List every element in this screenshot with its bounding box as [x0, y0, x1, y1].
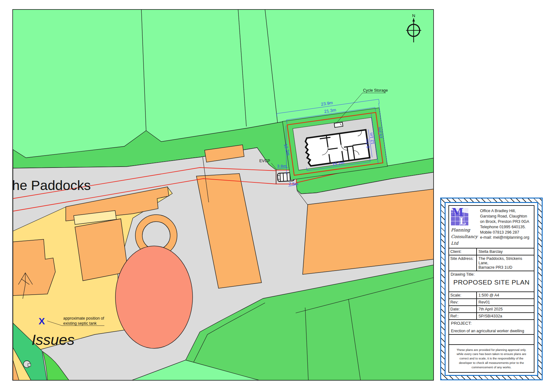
company-name-line: Planning	[451, 227, 479, 233]
ref-value: SP/SB/4332a	[477, 313, 534, 319]
ref-row: Ref:: SP/SB/4332a	[449, 313, 534, 320]
site-address-line2: Barnacre PR3 1UD	[478, 265, 532, 270]
site-address-value: The Paddocks, Strickens Lane, Barnacre P…	[477, 255, 534, 271]
silo-inner	[142, 222, 170, 249]
septic-tank-marker: X	[39, 316, 45, 326]
cycle-storage-structure	[334, 122, 343, 127]
client-label: Client:	[449, 248, 477, 255]
title-block-inner: M L Planning Consultancy Ltd Office A Br…	[445, 202, 538, 376]
company-header: M L Planning Consultancy Ltd Office A Br…	[449, 206, 534, 248]
drawing-title-row: Drawing Title: PROPOSED SITE PLAN	[449, 271, 534, 292]
barn-square	[75, 219, 128, 281]
page: { "map": { "road_label": "The Paddocks",…	[0, 0, 555, 392]
scale-row: Scale: 1:500 @ A4	[449, 292, 534, 299]
company-identity: M L Planning Consultancy Ltd	[451, 208, 479, 247]
empty-row	[449, 335, 534, 345]
project-cell: PROJECT: Erection of an agricultural wor…	[449, 320, 534, 335]
title-block: M L Planning Consultancy Ltd Office A Br…	[440, 198, 543, 380]
septic-note-line1: approximate position of	[63, 316, 104, 321]
logo-letter-l: L	[459, 216, 466, 225]
scale-label: Scale:	[449, 292, 477, 298]
company-name: Planning Consultancy Ltd	[451, 227, 479, 247]
site-address-line1: The Paddocks, Strickens Lane,	[478, 256, 532, 265]
road-name-label: The Paddocks	[4, 178, 91, 193]
rev-row: Rev: Rev01	[449, 299, 534, 306]
ref-label: Ref::	[449, 313, 477, 319]
rev-value: Rev01	[477, 299, 534, 305]
address-line: Garstang Road, Claughton	[480, 214, 532, 219]
address-line: Mobile 07813 296 287	[480, 230, 532, 235]
project-label: PROJECT:	[451, 321, 532, 326]
evcp-label: EVCP	[259, 159, 270, 163]
septic-note-line2: existing septic tank	[63, 321, 97, 326]
disclaimer-text: These plans are provided for planning ap…	[453, 348, 529, 370]
rev-label: Rev:	[449, 299, 477, 305]
company-logo: M L	[451, 208, 469, 225]
site-address-label: Site Address:	[449, 255, 477, 271]
slurry-tank	[115, 246, 193, 348]
issues-label: Issues	[32, 331, 75, 348]
drawing-title-value: PROPOSED SITE PLAN	[451, 279, 532, 286]
north-label: N	[412, 13, 415, 18]
well-symbol-notch	[28, 364, 31, 366]
date-row: Date: 7th April 2025	[449, 306, 534, 313]
company-name-line: Consultancy	[451, 233, 479, 240]
address-line: Telephone 01995 640135.	[480, 224, 532, 230]
cycle-storage-label: Cycle Storage	[363, 88, 388, 93]
client-row: Client: Stella Barclay	[449, 248, 534, 255]
date-label: Date:	[449, 306, 477, 312]
project-value: Erection of an agricultural worker dwell…	[451, 329, 532, 333]
company-name-line: Ltd	[451, 240, 479, 247]
site-address-row: Site Address: The Paddocks, Strickens La…	[449, 255, 534, 271]
address-line: on Brock, Preston PR3 0GA	[480, 219, 532, 224]
dim-2-5m: 2.5m	[289, 181, 298, 186]
drawing-title-label: Drawing Title:	[451, 272, 532, 277]
address-line: Office A Bradley Hill,	[480, 208, 532, 214]
date-value: 7th April 2025	[477, 306, 534, 312]
scale-value: 1:500 @ A4	[477, 292, 534, 298]
company-address: Office A Bradley Hill, Garstang Road, Cl…	[479, 208, 532, 247]
dim-3-8m: 3.8m	[277, 164, 287, 168]
disclaimer-cell: These plans are provided for planning ap…	[449, 345, 534, 372]
client-value: Stella Barclay	[477, 248, 534, 255]
address-line: e-mail: mel@mlplanning.org	[480, 235, 532, 240]
